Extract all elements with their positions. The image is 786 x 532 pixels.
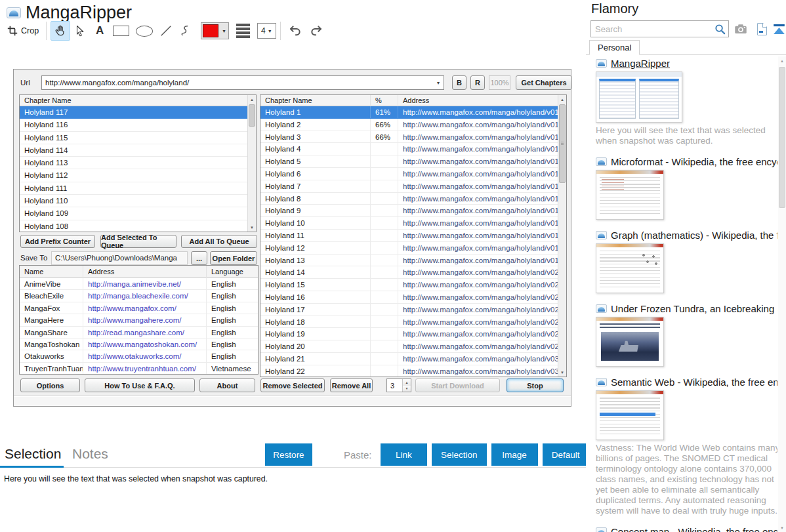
queue-row[interactable]: Holyland 14 http://www.mangafox.com/mang… (260, 266, 558, 279)
spinner-down-arrow[interactable]: ▼ (403, 386, 411, 392)
save-path-field[interactable]: C:\Users\Phuong\Downloads\Manga (51, 251, 188, 265)
line-tool-button[interactable] (156, 21, 176, 41)
site-address-link[interactable]: http://www.truyentranhtuan.com/ (83, 363, 207, 374)
zoom-percent-box[interactable]: 100% (489, 75, 510, 90)
snapshot-item[interactable]: Graph (mathematics) - Wikipedia, the fre… (596, 228, 777, 293)
snapshot-item[interactable]: Under Frozen Tundra, an Icebreaking Ship… (596, 302, 777, 367)
queue-row[interactable]: Holyland 3 66% http://www.mangafox.com/m… (260, 131, 558, 144)
queue-row[interactable]: Holyland 21 http://www.mangafox.com/mang… (260, 353, 558, 365)
color-picker[interactable]: ▾ (201, 22, 229, 39)
size-dropdown[interactable]: 4 ▾ (257, 23, 276, 39)
scroll-down-arrow[interactable]: ▼ (248, 223, 256, 232)
open-folder-button[interactable]: Open Folder (210, 251, 257, 265)
color-swatch[interactable] (203, 24, 218, 37)
combo-dropdown-arrow[interactable]: ▾ (433, 80, 444, 86)
queue-row[interactable]: Holyland 7 http://www.mangafox.com/manga… (260, 180, 558, 193)
queue-header-row[interactable]: Chapter Name % Address (260, 95, 558, 106)
queue-row[interactable]: Holyland 20 http://www.mangafox.com/mang… (260, 340, 558, 353)
queue-row[interactable]: Holyland 22 http://www.mangafox.com/mang… (260, 365, 558, 377)
snapshot-item[interactable]: MangaRipper Here you will see the text t… (596, 56, 777, 146)
queue-row[interactable]: Holyland 9 http://www.mangafox.com/manga… (260, 205, 558, 217)
spinner-arrows[interactable]: ▲▼ (402, 379, 411, 392)
site-address-link[interactable]: http://www.mangafox.com/ (83, 302, 207, 314)
chapter-row[interactable]: Holyland 117 (20, 106, 247, 119)
url-combobox[interactable]: http://www.mangafox.com/manga/holyland/ … (41, 75, 444, 90)
queue-row[interactable]: Holyland 13 http://www.mangafox.com/mang… (260, 255, 558, 267)
queue-row[interactable]: Holyland 16 http://www.mangafox.com/mang… (260, 291, 558, 304)
queue-row[interactable]: Holyland 10 http://www.mangafox.com/mang… (260, 217, 558, 230)
snapshot-title[interactable]: Under Frozen Tundra, an Icebreaking Ship… (611, 303, 777, 314)
flamory-logo-icon[interactable] (772, 22, 786, 36)
crop-tool-button[interactable]: Crop (4, 21, 42, 41)
snapshot-item[interactable]: Microformat - Wikipedia, the free encycl… (596, 155, 777, 220)
options-button[interactable]: Options (20, 379, 80, 392)
scrollbar-thumb[interactable] (249, 104, 255, 127)
chapter-list-scrollbar[interactable]: ▲ ▼ (247, 95, 256, 232)
snapshot-thumbnail[interactable] (596, 72, 682, 123)
site-address-link[interactable]: http://www.mangatoshokan.com/ (83, 338, 207, 350)
chapter-row[interactable]: Holyland 108 (20, 220, 247, 232)
site-address-link[interactable]: http://www.mangahere.com/ (83, 314, 207, 325)
snapshot-thumbnail[interactable] (596, 170, 664, 220)
snapshot-title[interactable]: Semantic Web - Wikipedia, the free encyc… (611, 377, 777, 388)
queue-row[interactable]: Holyland 2 66% http://www.mangafox.com/m… (260, 119, 558, 131)
search-icon[interactable] (714, 23, 726, 35)
remove-selected-button[interactable]: Remove Selected (260, 379, 325, 392)
ellipse-tool-button[interactable] (133, 21, 156, 41)
chapter-row[interactable]: Holyland 113 (20, 157, 247, 169)
paste-option-button[interactable]: Image (491, 443, 538, 466)
scroll-up-arrow[interactable]: ▲ (248, 95, 256, 104)
start-download-button[interactable]: Start Download (415, 379, 500, 392)
about-button[interactable]: About (199, 379, 255, 392)
queue-row[interactable]: Holyland 15 http://www.mangafox.com/mang… (260, 279, 558, 291)
snapshot-title[interactable]: Concept map - Wikipedia, the free encycl… (611, 526, 777, 532)
chapter-row[interactable]: Holyland 109 (20, 207, 247, 220)
chapter-row[interactable]: Holyland 114 (20, 144, 247, 157)
site-address-link[interactable]: http://read.mangashare.com/ (83, 327, 207, 338)
tab-notes[interactable]: Notes (72, 446, 108, 462)
chapter-row[interactable]: Holyland 115 (20, 132, 247, 144)
sidebar-scrollbar[interactable]: ▲ ▼ (778, 56, 786, 532)
queue-row[interactable]: Holyland 4 http://www.mangafox.com/manga… (260, 143, 558, 155)
snapshot-item[interactable]: Concept map - Wikipedia, the free encycl… (596, 525, 777, 532)
queue-row[interactable]: Holyland 18 http://www.mangafox.com/mang… (260, 316, 558, 329)
snapshot-title[interactable]: Microformat - Wikipedia, the free encycl… (611, 156, 777, 167)
browse-button[interactable]: ... (191, 251, 207, 265)
queue-row[interactable]: Holyland 8 http://www.mangafox.com/manga… (260, 193, 558, 205)
snapshot-title[interactable]: Graph (mathematics) - Wikipedia, the fre… (611, 230, 777, 241)
scroll-up-arrow[interactable]: ▲ (778, 56, 786, 65)
search-input[interactable] (591, 21, 711, 37)
site-address-link[interactable]: http://manga.animevibe.net/ (83, 278, 207, 289)
add-prefix-counter-button[interactable]: Add Prefix Counter (20, 235, 95, 248)
remove-all-button[interactable]: Remove All (330, 379, 373, 392)
chapter-row[interactable]: Holyland 116 (20, 119, 247, 131)
scrollbar-thumb[interactable] (559, 104, 566, 183)
how-to-use-button[interactable]: How To Use & F.A.Q. (85, 379, 195, 392)
queue-row[interactable]: Holyland 6 http://www.mangafox.com/manga… (260, 168, 558, 180)
add-all-to-queue-button[interactable]: Add All To Queue (181, 235, 257, 248)
chapter-list-header[interactable]: Chapter Name (20, 95, 256, 106)
site-row[interactable]: BleachExile http://manga.bleachexile.com… (20, 290, 258, 302)
get-chapters-button[interactable]: Get Chapters (516, 75, 572, 90)
queue-row[interactable]: Holyland 11 http://www.mangafox.com/mang… (260, 230, 558, 242)
spinner-up-arrow[interactable]: ▲ (403, 379, 411, 386)
restore-button[interactable]: Restore (265, 443, 312, 466)
queue-row[interactable]: Holyland 12 http://www.mangafox.com/mang… (260, 242, 558, 255)
snapshot-item[interactable]: Semantic Web - Wikipedia, the free encyc… (596, 375, 777, 516)
scroll-up-arrow[interactable]: ▲ (558, 95, 566, 104)
camera-icon[interactable] (734, 22, 748, 36)
queue-scrollbar[interactable]: ▲ ▼ (558, 95, 566, 377)
stop-button[interactable]: Stop (507, 379, 564, 392)
queue-row[interactable]: Holyland 1 61% http://www.mangafox.com/m… (260, 106, 558, 119)
tab-personal[interactable]: Personal (589, 40, 640, 55)
paste-option-button[interactable]: Selection (432, 443, 487, 466)
snapshot-thumbnail[interactable] (596, 317, 664, 367)
select-tool-button[interactable] (70, 21, 90, 41)
queue-row[interactable]: Holyland 19 http://www.mangafox.com/mang… (260, 328, 558, 340)
pan-tool-button[interactable] (51, 21, 70, 41)
rectangle-tool-button[interactable] (110, 21, 133, 41)
undo-button[interactable] (285, 21, 306, 41)
queue-row[interactable]: Holyland 17 http://www.mangafox.com/mang… (260, 304, 558, 316)
paste-option-button[interactable]: Link (381, 443, 427, 466)
r-button[interactable]: R (470, 75, 485, 90)
